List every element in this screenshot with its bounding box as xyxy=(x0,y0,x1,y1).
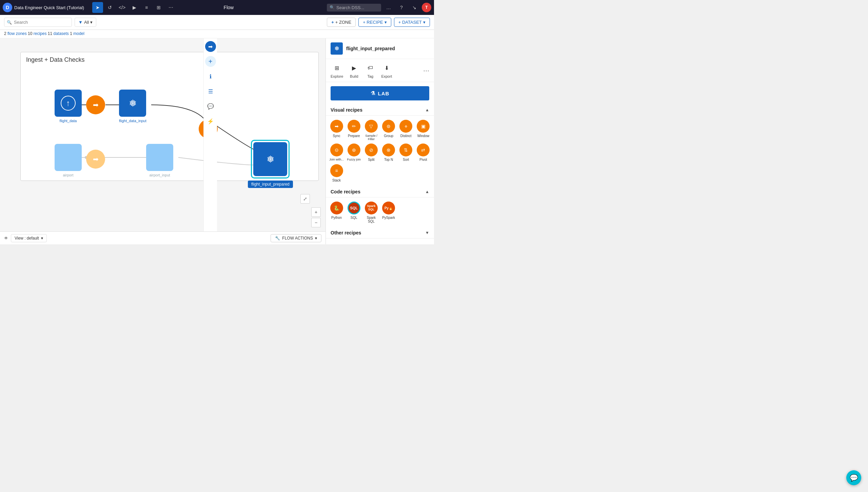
recipe1-node[interactable]: ➡ xyxy=(86,95,105,114)
expand-btn[interactable]: ⤢ xyxy=(300,194,310,204)
pyspark-recipe[interactable]: Py🔥 PySpark xyxy=(381,202,396,223)
airport-input-node[interactable]: ❅ airport_input xyxy=(146,144,173,177)
sparksql-recipe[interactable]: Spark SQL Spark SQL xyxy=(364,202,378,223)
explore-action[interactable]: ⊞ Explore xyxy=(331,62,343,78)
play-nav-btn[interactable]: ▶ xyxy=(129,2,140,13)
model-link[interactable]: model xyxy=(73,31,84,36)
export-action[interactable]: ⬇ Export xyxy=(381,62,392,78)
more-nav-btn[interactable]: ⋯ xyxy=(165,2,176,13)
fuzzy-join-recipe[interactable]: ⊛ Fuzzy join xyxy=(347,144,361,162)
sort-recipe[interactable]: ⇅ Sort xyxy=(399,144,413,162)
datasets-link[interactable]: datasets xyxy=(54,31,70,36)
recipes-link[interactable]: recipes xyxy=(34,31,48,36)
sparksql-label: Spark SQL xyxy=(364,216,378,223)
zone-plus-icon: + xyxy=(331,20,334,25)
view-select[interactable]: View : default ▾ xyxy=(11,234,47,242)
airport-input-box: ❅ xyxy=(146,144,173,171)
other-recipes-chevron-icon[interactable]: ▼ xyxy=(425,230,429,235)
lab-button[interactable]: ⚗ LAB xyxy=(331,86,429,100)
build-action[interactable]: ▶ Build xyxy=(349,62,359,78)
panel-snowflake-icon: ❅ xyxy=(334,45,339,52)
split-label: Split xyxy=(368,158,374,162)
stack-recipe[interactable]: ≡ Stack xyxy=(329,164,344,182)
group-recipe[interactable]: ⊚ Group xyxy=(381,120,396,141)
lightning-side-btn[interactable]: ⚡ xyxy=(205,116,216,127)
flight-data-input-node[interactable]: ❅ flight_data_input xyxy=(119,90,146,123)
tag-label: Tag xyxy=(367,74,373,78)
panel-title: flight_input_prepared xyxy=(346,46,395,51)
build-label: Build xyxy=(350,74,358,78)
split-recipe[interactable]: ⊘ Split xyxy=(364,144,378,162)
flow-nav-btn[interactable]: ➤ xyxy=(92,2,103,13)
topn-icon: ⊗ xyxy=(382,144,395,156)
recipe3-node[interactable]: ➡ xyxy=(86,150,105,169)
flow-actions-button[interactable]: 🔧 FLOW ACTIONS ▾ xyxy=(271,234,321,242)
recipe-chevron-icon: ▾ xyxy=(384,20,387,25)
recipe1-circle: ➡ xyxy=(86,95,105,114)
selected-node-label: flight_input_prepared xyxy=(248,181,293,188)
sidebar-panel: ❅ flight_input_prepared ⊞ Explore ▶ Buil… xyxy=(326,38,434,244)
wrench-icon: 🔧 xyxy=(275,236,280,241)
refresh-nav-btn[interactable]: ↺ xyxy=(104,2,115,13)
help-nav-btn[interactable]: ? xyxy=(396,2,407,13)
code-nav-btn[interactable]: </> xyxy=(117,2,127,13)
python-recipe[interactable]: 🐍 Python xyxy=(329,202,344,223)
recipe-button[interactable]: + RECIPE ▾ xyxy=(358,18,391,27)
prepare-recipe[interactable]: ✏ Prepare xyxy=(347,120,361,141)
sample-filter-recipe[interactable]: ▽ Sample / Filter xyxy=(364,120,378,141)
filter-button[interactable]: ▼ All ▾ xyxy=(75,18,96,27)
info-side-btn[interactable]: ℹ xyxy=(205,71,216,82)
grid-nav-btn[interactable]: ⊞ xyxy=(153,2,164,13)
code-recipes-header: Code recipes ▲ xyxy=(326,186,434,197)
canvas-controls: ⤢ + − xyxy=(311,184,321,227)
topn-recipe[interactable]: ⊗ Top N xyxy=(381,144,396,162)
pyspark-label: PySpark xyxy=(382,216,395,220)
toolbar: 🔍 ▼ All ▾ + + ZONE + RECIPE ▾ + DATASET … xyxy=(0,15,434,30)
dataset-chevron-icon: ▾ xyxy=(423,20,426,25)
zoom-out-btn[interactable]: − xyxy=(311,218,321,227)
group-icon: ⊚ xyxy=(382,120,395,133)
sync-recipe[interactable]: ➡ Sync xyxy=(329,120,344,141)
visual-recipes-chevron-icon[interactable]: ▲ xyxy=(425,108,429,112)
dataset-button[interactable]: + DATASET ▾ xyxy=(394,18,430,27)
join-recipe[interactable]: ⊝ Join with... xyxy=(329,144,344,162)
visual-recipes-grid: ➡ Sync ✏ Prepare ▽ Sample / Filter ⊚ Gro… xyxy=(326,116,434,186)
deploy-nav-btn[interactable]: ≡ xyxy=(141,2,152,13)
sample-filter-icon: ▽ xyxy=(365,120,378,133)
arrow-right-side-btn[interactable]: ➡ xyxy=(205,41,216,52)
flow-actions-label: FLOW ACTIONS xyxy=(282,236,313,241)
analytics-nav-btn[interactable]: ↘ xyxy=(409,2,420,13)
distinct-recipe[interactable]: ⋄ Distinct xyxy=(399,120,413,141)
window-recipe[interactable]: ▣ Window xyxy=(416,120,431,141)
sql-icon: SQL xyxy=(348,202,360,214)
flight-data-input-label: flight_data_input xyxy=(119,119,146,123)
grid2-nav-btn[interactable]: … xyxy=(383,2,394,13)
recipe-btn-label: + RECIPE xyxy=(363,20,383,25)
recipes-count: 10 xyxy=(28,31,32,36)
flight-data-node[interactable]: ↑ flight_data xyxy=(55,90,82,123)
explore-icon: ⊞ xyxy=(332,62,342,73)
sort-icon: ⇅ xyxy=(399,144,412,156)
navbar: D Data Engineer Quick Start (Tutorial) ➤… xyxy=(0,0,434,15)
zoom-in-btn[interactable]: + xyxy=(311,207,321,217)
airport-node[interactable]: ↑ airport xyxy=(55,144,82,177)
other-recipes-header: Other recipes ▼ xyxy=(326,227,434,239)
more-actions-btn[interactable]: ⋯ xyxy=(423,67,429,74)
plus-side-btn[interactable]: + xyxy=(205,56,216,67)
user-avatar[interactable]: T xyxy=(422,3,431,12)
flow-zones-link[interactable]: flow zones xyxy=(7,31,28,36)
flow-canvas[interactable]: Ingest + Data Checks xyxy=(0,38,326,244)
zone-button[interactable]: + + ZONE xyxy=(327,18,356,27)
window-label: Window xyxy=(417,134,430,138)
flow-zones-count: 2 xyxy=(4,31,6,36)
sql-recipe[interactable]: SQL SQL xyxy=(347,202,361,223)
nav-search-input[interactable] xyxy=(327,4,381,12)
chat-side-btn[interactable]: 💬 xyxy=(205,101,216,112)
tag-action[interactable]: 🏷 Tag xyxy=(365,62,376,78)
flight-input-prepared-node[interactable]: ❅ flight_input_prepared xyxy=(248,140,293,188)
code-recipes-chevron-icon[interactable]: ▲ xyxy=(425,189,429,194)
search-input[interactable] xyxy=(4,18,72,27)
main-layout: Ingest + Data Checks xyxy=(0,38,434,244)
list-side-btn[interactable]: ☰ xyxy=(205,86,216,97)
pivot-recipe[interactable]: ⇄ Pivot xyxy=(416,144,431,162)
